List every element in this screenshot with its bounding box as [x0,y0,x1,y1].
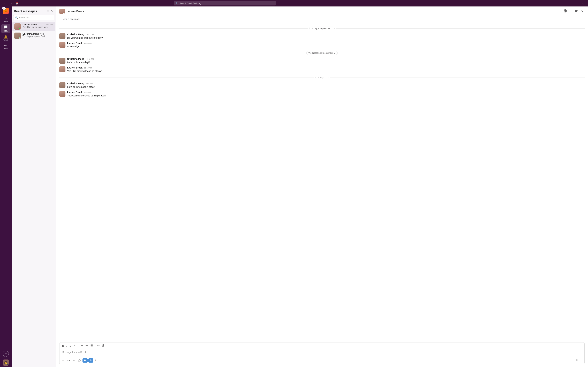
lauren-status-dot [19,28,20,29]
search-bar[interactable]: 🔍 [174,1,276,5]
date-badge-friday[interactable]: Friday, 8 September ⌄ [309,27,335,30]
chat-header-name[interactable]: Lauren Brock ⌄ [67,10,86,13]
message-placeholder: Message Lauren Brock [62,351,86,354]
send-options-button[interactable]: ⌄ [580,358,583,363]
help-button[interactable]: ⓘ [583,1,585,5]
dm-time-lauren: Just now [46,24,53,26]
wednesday-date-label: Wednesday, 13 September [309,52,333,54]
code-button[interactable]: <> [96,344,101,348]
message-group-6: Lauren Brock 9:08 AM Yes! Can we do taco… [59,91,585,98]
back-button[interactable]: ← [3,1,7,5]
msg-header-4: Lauren Brock 11:18 AM [67,66,585,69]
dms-icon [4,25,8,30]
search-input[interactable] [179,2,274,5]
msg-time-4: 11:18 AM [84,67,92,69]
close-conversation-button[interactable]: ✕ [580,9,585,14]
msg-header-5: Christina Meng 9:08 AM [67,82,585,85]
video-call-button[interactable] [574,8,579,14]
msg-time-1: 12:43 PM [86,33,94,36]
history-button[interactable]: ⏰ [15,1,19,5]
sidebar-label-dms: DMs [4,30,8,32]
ordered-list-button[interactable] [79,343,84,348]
msg-content-2: Lauren Brock 12:43 PM Absolutely! [67,42,585,48]
today-label: Today [318,76,323,79]
add-workspace-button[interactable]: + [3,351,9,357]
friday-chevron-icon: ⌄ [331,27,332,30]
chat-header-avatar [59,9,65,14]
dm-item-lauren[interactable]: Lauren Brock Just now Yes! Can we do tac… [12,22,55,31]
msg-avatar-christina-2 [59,58,66,64]
send-button-group: ⌄ [575,358,583,363]
msg-text-2: Absolutely! [67,45,585,48]
add-bookmark-label: + Add a bookmark [62,18,80,20]
attach-button[interactable]: + [61,358,65,363]
dm-content-christina: Christina Meng (you) This is your space.… [23,33,53,37]
sidebar-item-dms[interactable]: DMs [1,24,10,33]
chat-messages: Friday, 8 September ⌄ Christina Meng 12:… [56,22,588,340]
workspace-badge: 99+ [2,7,6,9]
link-button[interactable] [73,343,77,348]
dm-search-input[interactable] [19,16,52,19]
italic-button[interactable]: I [66,344,68,348]
sidebar-item-activity[interactable]: 🔔 Activity [1,34,10,42]
msg-header-6: Lauren Brock 9:08 AM [67,91,585,93]
msg-time-5: 9:08 AM [86,83,92,85]
msg-text-3: Let's do lunch today!? [67,61,585,64]
strikethrough-button[interactable]: S [68,344,72,348]
message-group-2: Lauren Brock 12:43 PM Absolutely! [59,42,585,48]
christina-status-dot [19,37,20,39]
dm-content-lauren: Lauren Brock Just now Yes! Can we do tac… [23,23,53,28]
msg-content-3: Christina Meng 11:18 AM Let's do lunch t… [67,58,585,64]
workspace-avatar[interactable]: 99+ 🎃 [3,8,9,14]
bold-button[interactable]: B [61,344,65,348]
message-input-field[interactable]: Message Lauren Brock [59,349,584,357]
chat-header-status-dot [63,13,65,14]
msg-header-3: Christina Meng 11:18 AM [67,58,585,60]
today-badge[interactable]: Today ⌄ [315,76,328,79]
bookmark-bar[interactable]: + + Add a bookmark [56,16,588,22]
msg-avatar-lauren-2 [59,66,66,72]
chat-area: Lauren Brock ⌄ ⌄ ✕ + + Add a bookmark [56,7,588,367]
forward-button[interactable]: → [9,1,13,5]
filter-button[interactable]: ≡ [47,9,49,13]
msg-avatar-christina-1 [59,33,66,39]
slash-button[interactable]: / [94,359,97,363]
msg-sender-6: Lauren Brock [67,91,83,93]
sidebar-item-home[interactable]: ⌂ Home [1,15,10,24]
msg-time-6: 9:08 AM [84,91,91,93]
user-avatar[interactable]: 👩 [3,359,9,366]
dm-search-box[interactable]: 🔍 [13,15,54,20]
format-button[interactable]: Aa [66,359,71,363]
dm-item-christina[interactable]: Christina Meng (you) This is your space.… [12,31,55,40]
dm-name-christina: Christina Meng (you) [23,33,44,35]
msg-sender-1: Christina Meng [67,33,84,36]
huddle-button[interactable] [563,8,568,14]
mic-button[interactable] [88,358,93,363]
sidebar-item-more[interactable]: ••• More [3,43,9,50]
compose-button[interactable]: ✎ [50,9,53,13]
text-cursor [87,351,87,354]
msg-avatar-lauren-3 [59,91,66,97]
indent-button[interactable] [89,343,94,348]
chevron-down-icon: ⌄ [85,10,86,13]
dm-avatar-lauren [14,23,21,30]
msg-time-2: 12:43 PM [84,42,92,44]
date-badge-wednesday[interactable]: Wednesday, 13 September ⌄ [306,51,338,55]
sidebar-label-activity: Activity [3,39,8,41]
message-group-5: Christina Meng 9:08 AM Let's do lunch ag… [59,82,585,89]
message-group-4: Lauren Brock 11:18 AM Yes - I'm craving … [59,66,585,73]
mention-button[interactable]: @ [77,358,82,363]
wednesday-chevron-icon: ⌄ [334,52,336,54]
today-chevron-icon: ⌄ [324,76,326,79]
dm-list: Lauren Brock Just now Yes! Can we do tac… [12,22,56,367]
send-button[interactable] [575,358,580,363]
dm-panel-header: Direct messages ≡ ✎ [12,7,56,15]
unordered-list-button[interactable] [84,343,89,348]
emoji-button[interactable]: ☺ [71,358,76,363]
activity-icon: 🔔 [4,35,8,39]
video-huddle-button[interactable] [83,358,88,363]
friday-date-label: Friday, 8 September [311,27,330,30]
block-button[interactable] [101,343,106,348]
dropdown-button[interactable]: ⌄ [569,9,573,14]
today-divider: Today ⌄ [59,76,585,79]
